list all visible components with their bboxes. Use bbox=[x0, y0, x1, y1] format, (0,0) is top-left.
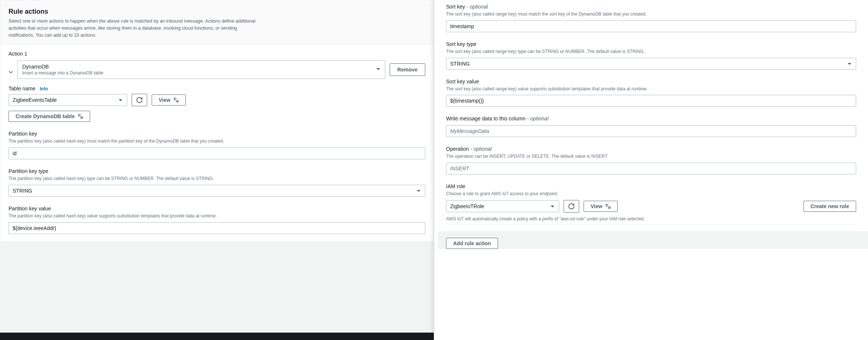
partition-key-type-select[interactable]: STRING bbox=[9, 185, 425, 197]
info-link[interactable]: Info bbox=[40, 86, 48, 91]
remove-button[interactable]: Remove bbox=[390, 63, 425, 76]
operation-input[interactable] bbox=[446, 163, 856, 174]
partition-key-input[interactable] bbox=[9, 147, 425, 159]
external-link-icon bbox=[174, 97, 179, 103]
message-column-input[interactable] bbox=[446, 125, 856, 137]
create-table-label: Create DynamoDB table bbox=[16, 113, 75, 119]
table-name-label-text: Table name bbox=[9, 86, 35, 91]
create-new-role-button[interactable]: Create new role bbox=[803, 201, 856, 212]
iam-role-help: Choose a role to grant AWS IoT access to… bbox=[446, 191, 856, 197]
optional-text: - optional bbox=[470, 146, 492, 152]
optional-text: - optional bbox=[466, 4, 488, 10]
chevron-down-icon bbox=[9, 70, 13, 74]
partition-key-type-label: Partition key type bbox=[9, 168, 425, 174]
rule-actions-header: Rule actions Select one or more actions … bbox=[0, 0, 433, 45]
action-type-secondary: Insert a message into a DynamoDB table bbox=[22, 70, 380, 76]
sort-key-type-label: Sort key type bbox=[446, 41, 856, 47]
optional-text: - optional bbox=[527, 116, 548, 121]
partition-key-value-input[interactable] bbox=[9, 222, 425, 234]
sort-key-help: The sort key (also called range key) mus… bbox=[446, 11, 856, 17]
iam-refresh-button[interactable] bbox=[564, 200, 579, 213]
table-name-select[interactable]: ZigbeeEventsTable bbox=[9, 94, 127, 106]
add-rule-action-button[interactable]: Add rule action bbox=[446, 238, 498, 249]
table-name-label: Table name Info bbox=[9, 86, 425, 91]
partition-key-value-label: Partition key value bbox=[9, 206, 425, 211]
partition-key-label: Partition key bbox=[9, 131, 425, 137]
footer-strip bbox=[0, 333, 434, 340]
view-label: View bbox=[591, 203, 603, 209]
sort-key-value-help: The sort key (also called range key) val… bbox=[446, 86, 856, 92]
sort-key-type-help: The sort key (also called range key) typ… bbox=[446, 49, 856, 55]
view-table-button[interactable]: View bbox=[152, 94, 186, 106]
collapse-toggle[interactable] bbox=[9, 60, 13, 79]
refresh-icon bbox=[568, 203, 574, 209]
page-title: Rule actions bbox=[9, 8, 425, 16]
view-label: View bbox=[159, 97, 171, 103]
create-dynamodb-table-button[interactable]: Create DynamoDB table bbox=[9, 111, 90, 122]
action-heading: Action 1 bbox=[9, 51, 425, 57]
iam-view-button[interactable]: View bbox=[584, 201, 618, 212]
action-type-select[interactable]: DynamoDB Insert a message into a DynamoD… bbox=[17, 60, 385, 79]
refresh-icon bbox=[136, 97, 142, 103]
iam-role-note: AWS IoT will automatically create a poli… bbox=[446, 216, 856, 225]
refresh-button[interactable] bbox=[132, 94, 147, 106]
message-column-label-text: Write message data to this column bbox=[446, 116, 526, 121]
sort-key-label: Sort key - optional bbox=[446, 4, 856, 10]
external-link-icon bbox=[78, 114, 83, 119]
external-link-icon bbox=[605, 204, 611, 209]
partition-key-value-help: The partition key (also called hash key)… bbox=[9, 213, 425, 219]
sort-key-label-text: Sort key bbox=[446, 4, 465, 10]
operation-label: Operation - optional bbox=[446, 146, 856, 152]
page-description: Select one or more actions to happen whe… bbox=[9, 18, 261, 39]
partition-key-help: The partition key (also called hash key)… bbox=[9, 138, 425, 144]
sort-key-value-label: Sort key value bbox=[446, 79, 856, 84]
sort-key-type-select[interactable]: STRING bbox=[446, 58, 856, 70]
partition-key-type-help: The partition key (also called hash key)… bbox=[9, 176, 425, 182]
sort-key-value-input[interactable] bbox=[446, 95, 856, 107]
action-type-primary: DynamoDB bbox=[22, 64, 380, 70]
operation-help: The operation can be INSERT, UPDATE or D… bbox=[446, 153, 856, 160]
operation-label-text: Operation bbox=[446, 146, 469, 152]
iam-role-select[interactable]: ZigbeeIoTRole bbox=[446, 200, 559, 212]
message-column-label: Write message data to this column - opti… bbox=[446, 116, 856, 121]
sort-key-input[interactable] bbox=[446, 20, 856, 32]
iam-role-label: IAM role bbox=[446, 183, 856, 189]
